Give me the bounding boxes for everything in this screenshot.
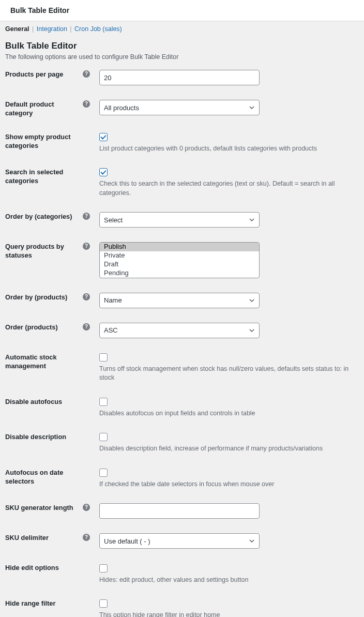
tab-integration[interactable]: Integration [37, 25, 67, 33]
row-order-products: Order (products) ? ASC [5, 323, 359, 338]
row-products-per-page: Products per page ? [5, 70, 359, 85]
help-icon[interactable]: ? [83, 70, 90, 78]
products-per-page-input[interactable] [99, 70, 260, 85]
status-option-private[interactable]: Private [100, 251, 259, 260]
help-icon[interactable]: ? [83, 293, 90, 300]
help-icon[interactable]: ? [83, 213, 90, 220]
order-products-value: ASC [104, 326, 118, 334]
sku-length-input[interactable] [99, 503, 260, 519]
order-by-products-select[interactable]: Name [99, 293, 260, 308]
row-order-by-categories: Order by (categories) ? Select [5, 212, 359, 228]
row-default-category: Default product category ? All products [5, 100, 359, 118]
section-description: The following options are used to config… [5, 53, 359, 61]
default-category-value: All products [104, 104, 139, 112]
tabs-nav: General | Integration | Cron Job (sales) [5, 21, 359, 36]
autofocus-date-help: If checked the table date selectors in f… [99, 480, 359, 489]
disable-autofocus-help: Disables autofocus on input fields and c… [99, 409, 359, 418]
label-disable-autofocus: Disable autofocus [5, 397, 90, 406]
row-search-selected: Search in selected categories Check this… [5, 168, 359, 198]
label-sku-delimiter: SKU delimiter [5, 533, 80, 542]
hide-range-help: This option hide range filter in editor … [99, 611, 359, 617]
order-by-categories-select[interactable]: Select [99, 212, 260, 228]
help-icon[interactable]: ? [83, 243, 90, 250]
status-option-publish[interactable]: Publish [100, 243, 259, 251]
row-sku-delimiter: SKU delimiter ? Use default ( - ) [5, 533, 359, 549]
label-auto-stock: Automatic stock management [5, 353, 90, 371]
label-products-per-page: Products per page [5, 70, 80, 79]
search-selected-checkbox[interactable] [99, 168, 108, 176]
label-disable-description: Disable description [5, 432, 90, 441]
help-icon[interactable]: ? [83, 100, 90, 108]
label-order-by-products: Order by (products) [5, 293, 80, 302]
query-statuses-multiselect[interactable]: Publish Private Draft Pending [99, 242, 260, 278]
sku-delimiter-select[interactable]: Use default ( - ) [99, 533, 260, 549]
auto-stock-checkbox[interactable] [99, 353, 108, 362]
row-hide-edit: Hide edit options Hides: edit product, o… [5, 563, 359, 584]
label-show-empty: Show empty product categories [5, 132, 90, 151]
row-hide-range: Hide range filter This option hide range… [5, 599, 359, 617]
tab-separator: | [70, 25, 71, 33]
hide-edit-checkbox[interactable] [99, 564, 108, 573]
status-option-pending[interactable]: Pending [100, 269, 259, 278]
disable-description-checkbox[interactable] [99, 433, 108, 441]
tab-general[interactable]: General [5, 25, 29, 33]
section-title: Bulk Table Editor [5, 41, 359, 51]
row-order-by-products: Order by (products) ? Name [5, 293, 359, 308]
order-by-products-value: Name [104, 296, 122, 304]
disable-description-help: Disables description field, increase of … [99, 444, 359, 454]
content-wrap: General | Integration | Cron Job (sales)… [0, 21, 364, 617]
row-autofocus-date: Autofocus on date selectors If checked t… [5, 468, 359, 489]
label-hide-edit: Hide edit options [5, 563, 90, 572]
status-option-draft[interactable]: Draft [100, 260, 259, 269]
label-default-category: Default product category [5, 100, 80, 118]
help-icon[interactable]: ? [83, 504, 90, 511]
help-icon[interactable]: ? [83, 323, 90, 330]
label-autofocus-date: Autofocus on date selectors [5, 468, 90, 486]
default-category-select[interactable]: All products [99, 100, 260, 115]
label-order-by-categories: Order by (categories) [5, 212, 80, 221]
show-empty-help: List product categories with 0 products,… [99, 144, 359, 154]
row-disable-description: Disable description Disables description… [5, 432, 359, 454]
sku-delimiter-value: Use default ( - ) [104, 537, 150, 545]
hide-range-checkbox[interactable] [99, 599, 108, 608]
auto-stock-help: Turns off stock management when stock ha… [99, 365, 359, 383]
row-sku-length: SKU generator length ? [5, 503, 359, 519]
header-title: Bulk Table Editor [10, 6, 69, 14]
row-auto-stock: Automatic stock management Turns off sto… [5, 353, 359, 383]
label-sku-length: SKU generator length [5, 503, 80, 512]
row-show-empty-categories: Show empty product categories List produ… [5, 132, 359, 154]
label-query-statuses: Query products by statuses [5, 242, 80, 260]
help-icon[interactable]: ? [83, 534, 90, 541]
label-hide-range: Hide range filter [5, 599, 90, 608]
label-search-selected: Search in selected categories [5, 168, 90, 186]
label-order-products: Order (products) [5, 323, 80, 332]
tab-cron-job[interactable]: Cron Job (sales) [74, 25, 122, 33]
show-empty-checkbox[interactable] [99, 133, 108, 141]
tab-separator: | [32, 25, 34, 33]
autofocus-date-checkbox[interactable] [99, 469, 108, 477]
row-disable-autofocus: Disable autofocus Disables autofocus on … [5, 397, 359, 418]
order-products-select[interactable]: ASC [99, 323, 260, 338]
row-query-statuses: Query products by statuses ? Publish Pri… [5, 242, 359, 278]
disable-autofocus-checkbox[interactable] [99, 398, 108, 406]
search-selected-help: Check this to search in the selected cat… [99, 179, 359, 198]
hide-edit-help: Hides: edit product, other values and se… [99, 576, 359, 585]
page-header: Bulk Table Editor [0, 0, 364, 21]
order-by-categories-value: Select [104, 216, 123, 224]
